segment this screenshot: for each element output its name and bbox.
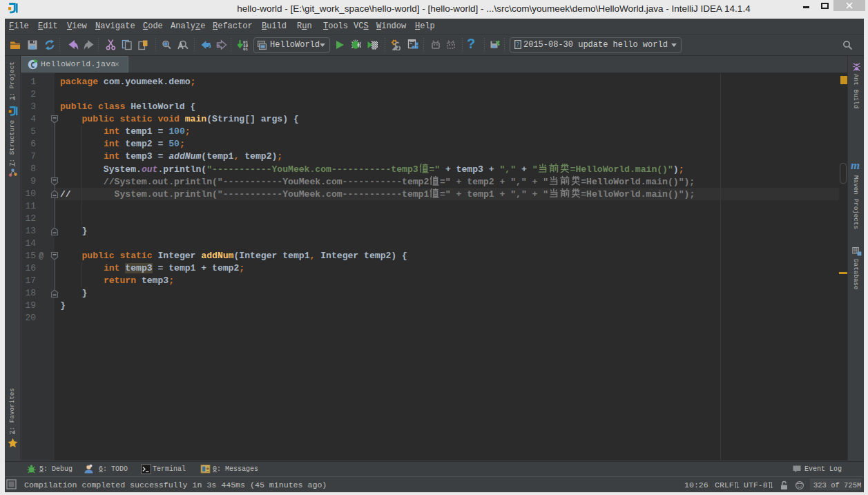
svg-text:?: ? xyxy=(517,42,520,48)
svg-text:C: C xyxy=(30,61,35,69)
svg-text:01: 01 xyxy=(243,47,249,51)
